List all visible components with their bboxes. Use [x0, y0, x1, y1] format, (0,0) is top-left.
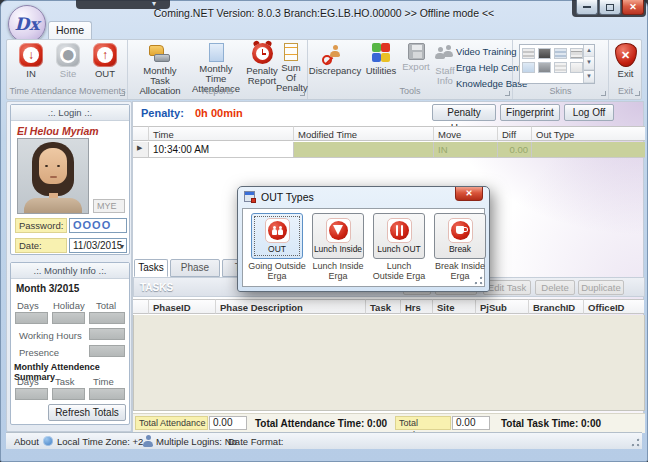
export-button[interactable]: Export — [400, 43, 432, 72]
close-button[interactable]: ✕ — [622, 0, 644, 15]
movements-dialog-launcher[interactable] — [120, 91, 125, 96]
app-menu-orb[interactable]: Dx — [8, 5, 46, 43]
about-item[interactable]: About — [14, 436, 39, 447]
utilities-icon — [371, 43, 391, 64]
col-officeid[interactable]: OfficeID — [584, 299, 644, 314]
col-modified-time[interactable]: Modified Time — [294, 126, 434, 141]
duplicate-task-button[interactable]: Duplicate — [578, 280, 624, 295]
caption-lunch-outside: Lunch Outside Erga — [370, 262, 428, 281]
col-task[interactable]: Task — [366, 299, 401, 314]
dialog-title-bar[interactable]: OUT Types ✕ — [238, 187, 489, 207]
resize-grip[interactable] — [631, 438, 640, 447]
skins-scroll-down-icon[interactable]: ▼ — [584, 57, 594, 69]
col-hrs[interactable]: Hrs — [401, 299, 433, 314]
skin-swatch[interactable] — [522, 48, 535, 59]
tools-dialog-launcher[interactable] — [505, 91, 510, 96]
exit-button[interactable]: ✕ Exit — [611, 43, 640, 79]
refresh-totals-button[interactable]: Refresh Totals — [48, 404, 126, 421]
penalty-grid-header: Time Modified Time Move Diff Out Type — [133, 126, 645, 141]
ribbon-group-movements: ↓ IN ⬤ Site ↑ OUT Time Attendance Moveme… — [8, 40, 128, 99]
cell-out-type[interactable] — [532, 142, 645, 158]
days-label: Days — [17, 300, 39, 311]
out-type-button-lunch-out[interactable]: Lunch OUT — [373, 213, 425, 259]
in-button[interactable]: ↓ IN — [14, 43, 48, 79]
maximize-button[interactable] — [599, 0, 621, 15]
out-people-icon — [265, 218, 290, 243]
tasks-grid-body[interactable] — [133, 315, 645, 411]
skins-gallery: ▲ ▼ ▼ — [519, 44, 595, 84]
penalty-hours-button[interactable]: Penalty Hours — [432, 104, 496, 121]
dialog-close-button[interactable]: ✕ — [455, 187, 483, 201]
skin-swatch[interactable] — [554, 62, 567, 73]
col-branchid[interactable]: BranchID — [529, 299, 584, 314]
date-dropdown-icon[interactable]: ▾ — [120, 240, 124, 253]
user-name: El Helou Myriam — [17, 125, 99, 137]
skins-gallery-dropdown-icon[interactable]: ▼ — [584, 70, 594, 83]
site-button[interactable]: ⬤ Site — [51, 43, 85, 79]
out-type-button-lunch-inside[interactable]: Lunch Inside — [312, 213, 364, 259]
cell-diff[interactable]: 0.00 — [498, 142, 532, 158]
penalty-report-button[interactable]: Penalty Report — [245, 43, 279, 86]
skins-dialog-launcher[interactable] — [601, 91, 606, 96]
total-attendance-pct-value[interactable]: 0.00 — [209, 416, 247, 430]
monthly-info-header: .:. Monthly Info .:. — [11, 263, 129, 279]
skin-swatch[interactable] — [522, 62, 535, 73]
col-out-type[interactable]: Out Type — [532, 126, 645, 141]
out-type-button-break[interactable]: Break — [434, 213, 486, 259]
fork-knife-icon — [387, 218, 412, 243]
col-site[interactable]: Site — [433, 299, 476, 314]
exit-dialog-launcher[interactable] — [635, 91, 640, 96]
out-button[interactable]: ↑ OUT — [88, 43, 122, 79]
log-off-button[interactable]: Log Off — [564, 104, 614, 121]
discrepancy-button[interactable]: Discrepancy — [308, 43, 362, 76]
ribbon-group-tools: Discrepancy Utilities Export Staff Info … — [308, 40, 513, 99]
col-phaseid[interactable]: PhaseID — [149, 299, 216, 314]
ribbon-group-skins: ▲ ▼ ▼ Skins — [513, 40, 609, 99]
caption-going-outside: Going Outside Erga — [248, 262, 306, 281]
cell-time[interactable]: 10:34:00 AM — [149, 142, 294, 158]
days-value-box — [15, 312, 48, 324]
skins-scroll-up-icon[interactable]: ▲ — [584, 45, 594, 57]
maximize-icon — [606, 4, 614, 11]
cell-modified-time[interactable] — [294, 142, 434, 158]
ribbon-group-exit: ✕ Exit Exit — [609, 40, 642, 99]
skin-swatch[interactable] — [538, 48, 551, 59]
reports-dialog-launcher[interactable] — [300, 91, 305, 96]
delete-task-button[interactable]: Delete — [535, 280, 575, 295]
cell-move[interactable]: IN — [434, 142, 498, 158]
user-code-field[interactable]: MYE — [93, 199, 125, 213]
caption-lunch-inside: Lunch Inside Erga — [309, 262, 367, 281]
out-type-button-out[interactable]: OUT — [251, 213, 303, 259]
col-time[interactable]: Time — [149, 126, 294, 141]
fingerprint-button[interactable]: Fingerprint — [500, 104, 560, 121]
edit-task-button[interactable]: Edit Task — [483, 280, 531, 295]
minimize-button[interactable] — [576, 0, 598, 15]
col-move[interactable]: Move — [434, 126, 498, 141]
presence-box — [89, 345, 125, 357]
ribbon-group-reports: Monthly Task Allocation Monthly Time Att… — [128, 40, 308, 99]
skin-swatch[interactable] — [570, 48, 583, 59]
summary-days-box — [15, 388, 48, 400]
tab-home[interactable]: Home — [48, 21, 92, 39]
password-input[interactable]: OOOO — [69, 218, 127, 233]
tab-phase-graph[interactable]: Phase Graph — [170, 259, 220, 277]
penalty-row[interactable]: ▶ 10:34:00 AM IN 0.00 — [133, 142, 645, 158]
password-label: Password: — [15, 218, 67, 233]
skin-swatch[interactable] — [554, 48, 567, 59]
date-picker[interactable]: 11/03/2015 ▾ — [69, 238, 127, 253]
utilities-button[interactable]: Utilities — [362, 43, 400, 76]
monthly-task-allocation-icon — [148, 43, 172, 64]
totals-bar: Total Attendance % 0.00 Total Attendance… — [133, 413, 645, 433]
col-phase-description[interactable]: Phase Description — [216, 299, 366, 314]
total-tasks-pct-value[interactable]: 0.00 — [452, 416, 490, 430]
skin-swatch[interactable] — [538, 62, 551, 73]
total-tasks-pct-label: Total Tasks% — [395, 416, 451, 430]
col-pjsub[interactable]: PjSub — [476, 299, 529, 314]
col-diff[interactable]: Diff — [498, 126, 532, 141]
monthly-info-panel: .:. Monthly Info .:. Month 3/2015 Days H… — [10, 262, 130, 425]
skin-swatch[interactable] — [570, 62, 583, 73]
pizza-icon — [326, 218, 351, 243]
tab-tasks[interactable]: Tasks — [134, 259, 168, 277]
dialog-resize-grip[interactable] — [474, 276, 483, 285]
summary-days-label: Days — [17, 376, 39, 387]
